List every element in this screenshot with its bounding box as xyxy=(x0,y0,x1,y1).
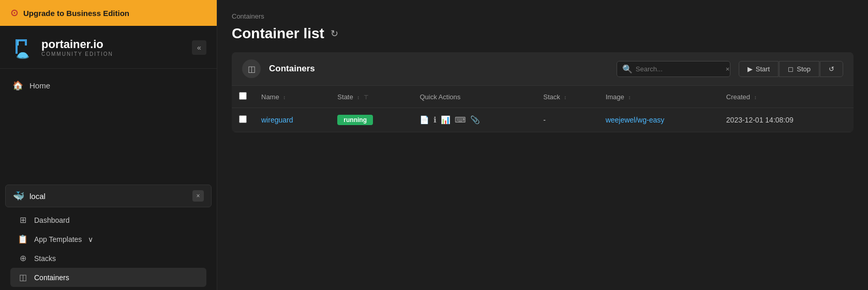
breadcrumb: Containers xyxy=(232,12,854,20)
containers-panel: ◫ Containers 🔍 × ▶ Start ◻ Stop ↺ xyxy=(232,52,854,132)
col-created: Created ↕ xyxy=(719,86,854,108)
container-image-cell: weejewel/wg-easy xyxy=(598,108,719,132)
home-icon: 🏠 xyxy=(12,80,23,91)
main-content: Containers Container list ↻ ◫ Containers… xyxy=(217,0,868,290)
sidebar-item-containers[interactable]: ◫ Containers xyxy=(10,268,206,287)
search-clear-icon[interactable]: × xyxy=(726,65,730,73)
row-checkbox[interactable] xyxy=(239,115,247,123)
stop-icon: ◻ xyxy=(788,65,794,73)
logo-area: portainer.io COMMUNITY EDITION « xyxy=(0,26,217,69)
upgrade-icon: ⊙ xyxy=(10,7,18,19)
stack-sort-icon[interactable]: ↕ xyxy=(564,95,566,100)
sidebar-item-app-templates[interactable]: 📋 App Templates ∨ xyxy=(10,230,206,249)
logo-name: portainer.io xyxy=(41,38,113,51)
page-title: Container list xyxy=(232,25,324,42)
upgrade-banner[interactable]: ⊙ Upgrade to Business Edition xyxy=(0,0,217,26)
col-state: State ↕ ⊤ xyxy=(330,86,412,108)
nav-home-label: Home xyxy=(29,81,204,90)
table-body: wireguard running 📄 ℹ 📊 ⌨ 📎 xyxy=(232,108,854,132)
env-close-button[interactable]: × xyxy=(192,190,204,202)
restart-icon: ↺ xyxy=(829,65,834,73)
sidebar-item-dashboard-label: Dashboard xyxy=(34,216,70,224)
created-sort-icon[interactable]: ↕ xyxy=(754,95,757,100)
portainer-logo-icon xyxy=(10,35,35,60)
nav-item-home[interactable]: 🏠 Home xyxy=(5,75,212,96)
panel-header-icon: ◫ xyxy=(242,59,261,78)
state-badge: running xyxy=(337,115,373,125)
quick-actions-group: 📄 ℹ 📊 ⌨ 📎 xyxy=(420,115,529,125)
refresh-icon[interactable]: ↻ xyxy=(331,28,338,39)
logs-icon[interactable]: 📄 xyxy=(420,115,429,125)
inspect-icon[interactable]: ℹ xyxy=(433,115,437,125)
containers-table-wrap: Name ↕ State ↕ ⊤ Quick Actions Stack ↕ I… xyxy=(232,86,854,132)
start-label: Start xyxy=(756,65,770,73)
collapse-sidebar-button[interactable]: « xyxy=(192,40,206,55)
app-templates-icon: 📋 xyxy=(18,234,28,244)
logo-text-block: portainer.io COMMUNITY EDITION xyxy=(41,38,113,56)
col-image: Image ↕ xyxy=(598,86,719,108)
containers-icon: ◫ xyxy=(18,272,28,282)
sidebar-item-stacks[interactable]: ⊕ Stacks xyxy=(10,249,206,268)
search-input[interactable] xyxy=(636,65,723,73)
svg-point-8 xyxy=(19,52,27,57)
panel-header: ◫ Containers 🔍 × ▶ Start ◻ Stop ↺ xyxy=(232,52,854,86)
sidebar: ⊙ Upgrade to Business Edition portainer.… xyxy=(0,0,217,290)
env-section: 🐳 local × ⊞ Dashboard 📋 App Templates ∨ … xyxy=(0,179,217,290)
row-checkbox-cell xyxy=(232,108,254,132)
logo-left: portainer.io COMMUNITY EDITION xyxy=(10,35,113,60)
containers-table: Name ↕ State ↕ ⊤ Quick Actions Stack ↕ I… xyxy=(232,86,854,132)
select-all-checkbox[interactable] xyxy=(239,92,247,100)
col-quick-actions: Quick Actions xyxy=(412,86,536,108)
stop-button[interactable]: ◻ Stop xyxy=(779,61,819,77)
container-state-cell: running xyxy=(330,108,412,132)
state-filter-icon[interactable]: ⊤ xyxy=(364,94,369,100)
quick-actions-cell: 📄 ℹ 📊 ⌨ 📎 xyxy=(412,108,536,132)
stats-icon[interactable]: 📊 xyxy=(441,115,451,125)
restart-button[interactable]: ↺ xyxy=(820,61,843,77)
logo-edition: COMMUNITY EDITION xyxy=(41,51,113,57)
panel-actions: ▶ Start ◻ Stop ↺ xyxy=(739,61,843,77)
state-sort-icon[interactable]: ↕ xyxy=(357,95,360,100)
stop-label: Stop xyxy=(797,65,811,73)
app-templates-chevron-icon: ∨ xyxy=(88,235,93,243)
svg-rect-3 xyxy=(25,39,27,45)
env-icon: 🐳 xyxy=(13,190,24,202)
sidebar-item-stacks-label: Stacks xyxy=(34,254,56,263)
svg-rect-1 xyxy=(16,39,18,54)
start-icon: ▶ xyxy=(747,65,753,73)
panel-icon: ◫ xyxy=(248,64,256,74)
nav-section: 🏠 Home xyxy=(0,69,217,179)
container-name-link[interactable]: wireguard xyxy=(261,116,293,124)
col-stack: Stack ↕ xyxy=(536,86,598,108)
sub-nav: ⊞ Dashboard 📋 App Templates ∨ ⊕ Stacks ◫… xyxy=(5,209,212,288)
container-stack-cell: - xyxy=(536,108,598,132)
sidebar-item-containers-label: Containers xyxy=(34,273,69,282)
dashboard-icon: ⊞ xyxy=(18,215,28,225)
container-image-link[interactable]: weejewel/wg-easy xyxy=(606,116,665,124)
start-button[interactable]: ▶ Start xyxy=(739,61,779,77)
upgrade-label: Upgrade to Business Edition xyxy=(23,9,129,18)
env-box: 🐳 local × xyxy=(5,185,212,207)
console-icon[interactable]: ⌨ xyxy=(455,115,466,125)
container-created-cell: 2023-12-01 14:08:09 xyxy=(719,108,854,132)
table-row: wireguard running 📄 ℹ 📊 ⌨ 📎 xyxy=(232,108,854,132)
env-name: local xyxy=(29,192,187,201)
container-name-cell: wireguard xyxy=(254,108,330,132)
image-sort-icon[interactable]: ↕ xyxy=(628,95,631,100)
panel-title: Containers xyxy=(269,64,608,74)
stacks-icon: ⊕ xyxy=(18,253,28,263)
search-icon: 🔍 xyxy=(622,64,633,74)
attach-icon[interactable]: 📎 xyxy=(470,115,480,125)
sidebar-item-app-templates-label: App Templates xyxy=(34,235,82,243)
col-name: Name ↕ xyxy=(254,86,330,108)
name-sort-icon[interactable]: ↕ xyxy=(283,95,286,100)
table-header: Name ↕ State ↕ ⊤ Quick Actions Stack ↕ I… xyxy=(232,86,854,108)
search-box: 🔍 × xyxy=(617,61,730,77)
select-all-header xyxy=(232,86,254,108)
page-title-row: Container list ↻ xyxy=(232,25,854,42)
sidebar-item-dashboard[interactable]: ⊞ Dashboard xyxy=(10,210,206,230)
svg-rect-4 xyxy=(18,40,19,45)
